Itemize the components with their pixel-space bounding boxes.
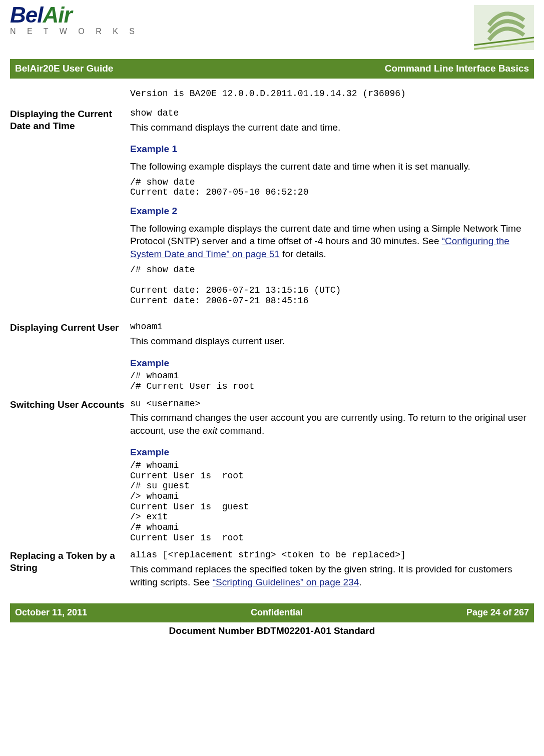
header-logos: BelAir N E T W O R K S [10,5,534,50]
version-line: Version is BA20E 12.0.0.D.2011.01.19.14.… [130,89,534,100]
example-1-code: /# show date Current date: 2007-05-10 06… [130,177,534,198]
logo-brand-bel: Bel [10,3,43,27]
section-heading-switching-user: Switching User Accounts [10,399,130,411]
example-su-heading: Example [130,446,534,459]
example-2-heading: Example 2 [130,205,534,218]
example-2-code: /# show date Current date: 2006-07-21 13… [130,265,534,306]
cmd-alias: alias [<replacement string> <token to be… [130,550,534,561]
example-2-desc-post: for details. [280,249,326,259]
logo-graphic-icon [474,5,534,50]
desc-su-pre: This command changes the user account yo… [130,412,526,436]
footer-bar: October 11, 2011 Confidential Page 24 of… [10,603,534,622]
footer-confidential: Confidential [251,606,303,619]
desc-show-date: This command displays the current date a… [130,121,534,134]
example-whoami-heading: Example [130,357,534,370]
doc-title-right: Command Line Interface Basics [385,62,529,76]
doc-title-left: BelAir20E User Guide [15,62,113,76]
title-bar: BelAir20E User Guide Command Line Interf… [10,59,534,79]
example-1-desc: The following example displays the curre… [130,160,534,173]
example-su-code: /# whoami Current User is root /# su gue… [130,460,534,543]
footer-date: October 11, 2011 [15,606,87,619]
logo-brand-air: Air [43,3,72,27]
cmd-whoami: whoami [130,322,534,333]
logo-belair: BelAir N E T W O R K S [10,5,139,37]
desc-whoami: This command displays current user. [130,335,534,348]
example-1-heading: Example 1 [130,143,534,156]
example-whoami-code: /# whoami /# Current User is root [130,371,534,391]
desc-su-italic: exit [203,425,218,436]
content-area: Version is BA20E 12.0.0.D.2011.01.19.14.… [10,89,534,589]
link-scripting-guidelines[interactable]: “Scripting Guidelines” on page 234 [213,577,359,587]
desc-su: This command changes the user account yo… [130,411,534,437]
logo-subtext: N E T W O R K S [10,26,139,37]
desc-alias-post: . [359,577,361,587]
doc-number: Document Number BDTM02201-A01 Standard [10,624,534,638]
desc-alias: This command replaces the specified toke… [130,563,534,588]
desc-su-post: command. [217,425,264,436]
section-heading-current-user: Displaying Current User [10,322,130,334]
section-heading-alias: Replacing a Token by a String [10,550,130,574]
cmd-su: su <username> [130,399,534,410]
cmd-show-date: show date [130,108,534,119]
footer-page: Page 24 of 267 [466,606,529,619]
example-2-desc: The following example displays the curre… [130,222,534,261]
section-heading-date-time: Displaying the Current Date and Time [10,108,130,132]
